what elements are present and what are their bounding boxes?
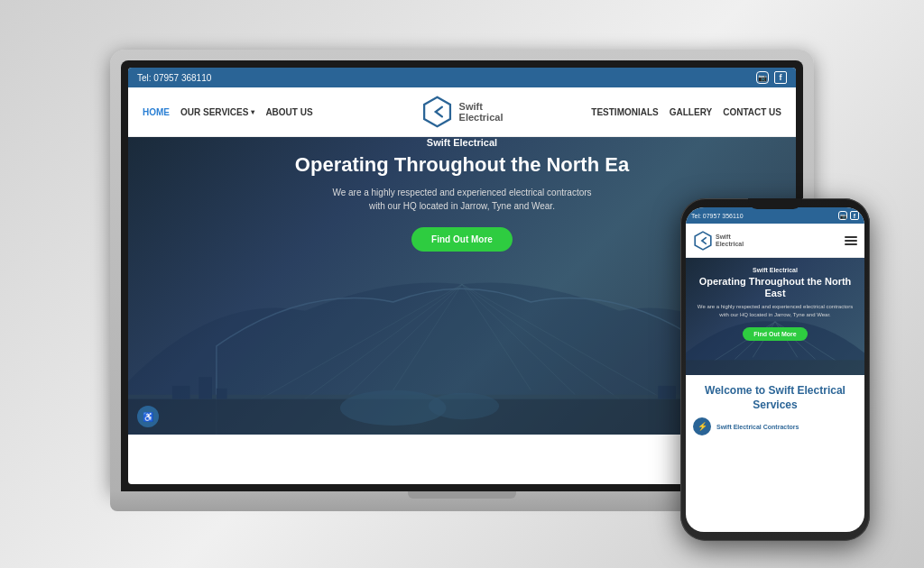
phone-hero-desc: We are a highly respected and experience… xyxy=(693,303,857,318)
logo-subtitle: Electrical xyxy=(459,112,504,123)
topbar-social-icons: 📷 f xyxy=(756,71,787,84)
scene: Tel: 07957 368110 📷 f HOME OUR SERVICES … xyxy=(0,0,924,568)
hero-cta-button[interactable]: Find Out More xyxy=(411,227,513,252)
svg-rect-26 xyxy=(686,360,864,375)
hamburger-line-2 xyxy=(845,240,857,242)
phone-screen: Tel: 07957 356110 📷 f Swift xyxy=(686,207,864,532)
phone-logo-subtitle: Electrical xyxy=(716,241,744,248)
nav-about-us[interactable]: ABOUT US xyxy=(265,107,312,117)
site-header: HOME OUR SERVICES ABOUT US Swift E xyxy=(128,87,796,137)
phone-topbar-phone: Tel: 07957 356110 xyxy=(691,213,744,219)
nav-gallery[interactable]: GALLERY xyxy=(670,107,712,117)
phone-welcome-icon: ⚡ xyxy=(693,417,711,435)
facebook-icon[interactable]: f xyxy=(774,71,787,84)
phone-outer: Tel: 07957 356110 📷 f Swift xyxy=(680,198,870,541)
phone-hero-content: Swift Electrical Operating Throughout th… xyxy=(686,258,864,350)
nav-our-services[interactable]: OUR SERVICES xyxy=(180,107,254,117)
nav-home[interactable]: HOME xyxy=(143,107,170,117)
phone-header: Swift Electrical xyxy=(686,224,864,258)
phone-logo-text: Swift Electrical xyxy=(716,234,744,247)
nav-contact-us[interactable]: CONTACT US xyxy=(723,107,781,117)
phone-hero: Swift Electrical Operating Throughout th… xyxy=(686,258,864,375)
hamburger-line-3 xyxy=(845,243,857,245)
logo-icon-svg xyxy=(421,96,454,128)
phone-facebook-icon[interactable]: f xyxy=(850,211,859,220)
instagram-icon[interactable]: 📷 xyxy=(756,71,769,84)
phone-topbar-icons: 📷 f xyxy=(838,211,859,220)
hero-subtitle: Swift Electrical xyxy=(164,137,760,148)
phone-hero-title: Operating Throughout the North East xyxy=(693,276,857,299)
hero-description: We are a highly respected and experience… xyxy=(164,186,760,213)
hamburger-menu[interactable] xyxy=(845,236,857,245)
phone-logo-name: Swift xyxy=(716,234,744,241)
phone-topbar: Tel: 07957 356110 📷 f xyxy=(686,207,864,224)
phone-logo: Swift Electrical xyxy=(693,231,744,251)
phone-hero-subtitle: Swift Electrical xyxy=(693,267,857,273)
phone-hero-cta[interactable]: Find Out More xyxy=(743,327,807,341)
logo-text: Swift Electrical xyxy=(459,101,504,123)
phone-welcome-section: Welcome to Swift Electrical Services ⚡ S… xyxy=(686,375,864,450)
accessibility-button[interactable]: ♿ xyxy=(137,406,159,427)
nav-left: HOME OUR SERVICES ABOUT US xyxy=(143,107,313,117)
svg-rect-14 xyxy=(658,386,676,399)
svg-rect-12 xyxy=(199,377,212,399)
phone-welcome-text: Swift Electrical Contractors xyxy=(716,424,799,430)
hamburger-line-1 xyxy=(845,236,857,238)
phone-welcome-divider: ⚡ Swift Electrical Contractors xyxy=(693,417,857,435)
phone-welcome-title: Welcome to Swift Electrical Services xyxy=(693,384,857,412)
site-topbar: Tel: 07957 368110 📷 f xyxy=(128,68,796,87)
hero-title: Operating Throughout the North Ea xyxy=(164,153,760,177)
logo-name: Swift xyxy=(459,101,504,112)
phone-instagram-icon[interactable]: 📷 xyxy=(838,211,847,220)
phone-device: Tel: 07957 356110 📷 f Swift xyxy=(680,198,870,541)
nav-testimonials[interactable]: TESTIMONIALS xyxy=(591,107,658,117)
svg-point-18 xyxy=(429,393,499,419)
phone-logo-svg xyxy=(693,231,713,251)
phone-notch xyxy=(748,198,802,209)
nav-right: TESTIMONIALS GALLERY CONTACT US xyxy=(591,107,781,117)
topbar-phone: Tel: 07957 368110 xyxy=(137,73,211,83)
svg-rect-13 xyxy=(217,389,227,399)
site-logo: Swift Electrical xyxy=(421,96,504,128)
svg-rect-11 xyxy=(172,386,190,399)
